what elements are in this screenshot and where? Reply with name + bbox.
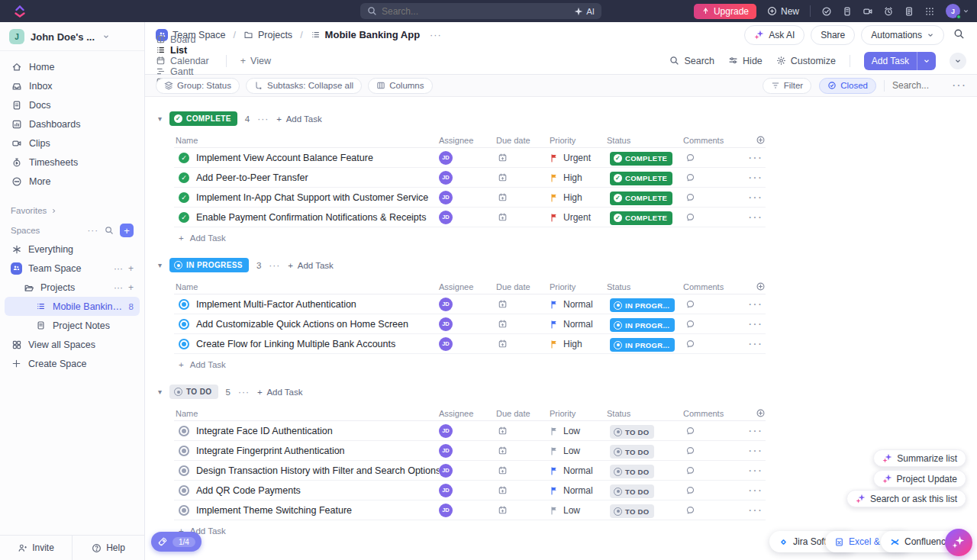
sidebar-item-timesheets[interactable]: Timesheets <box>0 153 144 172</box>
column-header-status[interactable]: Status <box>607 282 683 291</box>
add-task-button[interactable]: Add Task <box>864 52 936 70</box>
table-row[interactable]: ✓Add Peer-to-Peer TransferJDHigh✓COMPLET… <box>174 168 766 188</box>
status-cell[interactable]: ✓COMPLETE <box>607 189 683 205</box>
status-cell[interactable]: TO DO <box>607 423 683 439</box>
assignee-cell[interactable]: JD <box>439 151 496 165</box>
document-icon[interactable] <box>904 6 914 17</box>
check-circle-icon[interactable] <box>821 6 832 17</box>
task-name[interactable]: Enable Payment Confirmation Notification… <box>196 212 427 223</box>
tab-board[interactable]: Board <box>156 34 209 45</box>
priority-cell[interactable]: High <box>550 192 607 203</box>
tree-item-projects[interactable]: Projects···+ <box>5 278 140 297</box>
columns-chip[interactable]: Columns <box>368 78 432 94</box>
status-cell[interactable]: IN PROGR... <box>607 316 683 332</box>
add-icon[interactable]: + <box>128 282 134 293</box>
priority-cell[interactable]: Low <box>550 446 607 456</box>
table-row[interactable]: Implement Theme Switching FeatureJDLowTO… <box>174 500 766 520</box>
sidebar-item-docs[interactable]: Docs <box>0 95 144 114</box>
assignee-avatar[interactable]: JD <box>439 504 453 517</box>
tree-item-everything[interactable]: Everything <box>5 240 140 259</box>
task-status-icon[interactable] <box>179 446 189 456</box>
task-name-cell[interactable]: Implement Multi-Factor Authentication <box>174 299 439 310</box>
assignee-cell[interactable]: JD <box>439 484 496 497</box>
table-row[interactable]: ✓Implement View Account Balance FeatureJ… <box>174 148 766 168</box>
clickup-logo-icon[interactable] <box>14 5 26 18</box>
spaces-more-icon[interactable]: ··· <box>88 226 99 235</box>
status-pill[interactable]: IN PROGR... <box>610 298 675 312</box>
table-row[interactable]: Integrate Fingerprint AuthenticationJDLo… <box>174 441 766 461</box>
row-more-icon[interactable]: ··· <box>745 151 766 165</box>
task-status-icon[interactable] <box>179 319 189 330</box>
due-date-cell[interactable] <box>496 426 550 436</box>
status-cell[interactable]: TO DO <box>607 443 683 459</box>
due-date-cell[interactable] <box>496 339 550 349</box>
due-date-cell[interactable] <box>496 172 550 182</box>
add-column-icon[interactable] <box>745 408 766 418</box>
priority-cell[interactable]: Urgent <box>550 212 607 223</box>
chevron-down-icon[interactable] <box>962 8 969 14</box>
assignee-avatar[interactable]: JD <box>439 151 453 165</box>
ai-action-search-or-ask-this-list[interactable]: Search or ask this list <box>846 490 966 507</box>
notepad-icon[interactable] <box>842 6 853 17</box>
assignee-avatar[interactable]: JD <box>439 317 453 331</box>
task-name[interactable]: Add Peer-to-Peer Transfer <box>196 172 308 183</box>
workspace-switcher[interactable]: J John Doe's ... <box>0 22 144 51</box>
group-more-icon[interactable]: ··· <box>269 260 280 271</box>
table-row[interactable]: Add Customizable Quick Actions on Home S… <box>174 314 766 334</box>
column-header-name[interactable]: Name <box>174 136 439 145</box>
task-name-cell[interactable]: Create Flow for Linking Multiple Bank Ac… <box>174 339 439 349</box>
add-column-icon[interactable] <box>745 282 766 291</box>
closed-chip[interactable]: Closed <box>819 78 876 94</box>
assignee-avatar[interactable]: JD <box>439 191 453 204</box>
priority-cell[interactable]: Normal <box>550 485 607 496</box>
row-more-icon[interactable]: ··· <box>745 504 766 517</box>
status-cell[interactable]: TO DO <box>607 462 683 478</box>
table-row[interactable]: Add QR Code PaymentsJDNormalTO DO··· <box>174 481 766 500</box>
status-pill[interactable]: TO DO <box>610 484 654 498</box>
assignee-cell[interactable]: JD <box>439 424 496 438</box>
add-space-button[interactable]: + <box>120 224 134 237</box>
add-view-button[interactable]: +View <box>240 56 271 66</box>
global-search-input[interactable] <box>382 6 569 17</box>
comments-cell[interactable] <box>683 505 745 515</box>
task-name[interactable]: Add Customizable Quick Actions on Home S… <box>196 319 408 330</box>
global-search[interactable]: AI <box>360 3 601 19</box>
column-header-comments[interactable]: Comments <box>683 282 745 291</box>
collapse-caret-icon[interactable]: ▾ <box>158 261 162 269</box>
priority-cell[interactable]: Normal <box>550 299 607 310</box>
column-header-priority[interactable]: Priority <box>550 409 607 418</box>
item-actions[interactable]: ···+ <box>114 263 134 274</box>
collapse-caret-icon[interactable]: ▾ <box>158 388 162 396</box>
onboarding-progress-button[interactable]: 1/4 <box>151 532 202 552</box>
row-more-icon[interactable]: ··· <box>745 171 766 185</box>
status-pill[interactable]: IN PROGR... <box>610 318 675 332</box>
user-avatar[interactable]: J <box>946 4 960 18</box>
comments-cell[interactable] <box>683 192 745 202</box>
alarm-icon[interactable] <box>883 6 894 17</box>
status-pill[interactable]: TO DO <box>610 465 654 478</box>
assignee-avatar[interactable]: JD <box>439 484 453 497</box>
task-name[interactable]: Integrate Fingerprint Authentication <box>196 446 345 456</box>
collapse-caret-icon[interactable]: ▾ <box>158 114 162 123</box>
collapse-toolbar-button[interactable] <box>950 53 966 69</box>
comments-cell[interactable] <box>683 446 745 455</box>
assignee-cell[interactable]: JD <box>439 211 496 224</box>
help-button[interactable]: Help <box>72 536 144 560</box>
due-date-cell[interactable] <box>496 485 550 495</box>
task-name-cell[interactable]: ✓Implement View Account Balance Feature <box>174 153 439 163</box>
status-pill[interactable]: TO DO <box>610 504 654 518</box>
ask-ai-button[interactable]: Ask AI <box>744 25 804 45</box>
column-header-due-date[interactable]: Due date <box>496 409 550 418</box>
tree-item-view-all-spaces[interactable]: View all Spaces <box>5 335 140 354</box>
spaces-search-icon[interactable] <box>105 226 114 235</box>
list-search[interactable]: ··· <box>892 79 966 92</box>
assignee-cell[interactable]: JD <box>439 317 496 331</box>
status-pill[interactable]: ✓COMPLETE <box>610 211 672 225</box>
status-pill[interactable]: TO DO <box>610 425 654 439</box>
row-more-icon[interactable]: ··· <box>745 424 766 438</box>
task-name-cell[interactable]: Integrate Fingerprint Authentication <box>174 446 439 456</box>
assignee-cell[interactable]: JD <box>439 171 496 185</box>
row-more-icon[interactable]: ··· <box>745 484 766 497</box>
comments-cell[interactable] <box>683 339 745 349</box>
subtasks-chip[interactable]: Subtasks: Collapse all <box>246 78 362 94</box>
